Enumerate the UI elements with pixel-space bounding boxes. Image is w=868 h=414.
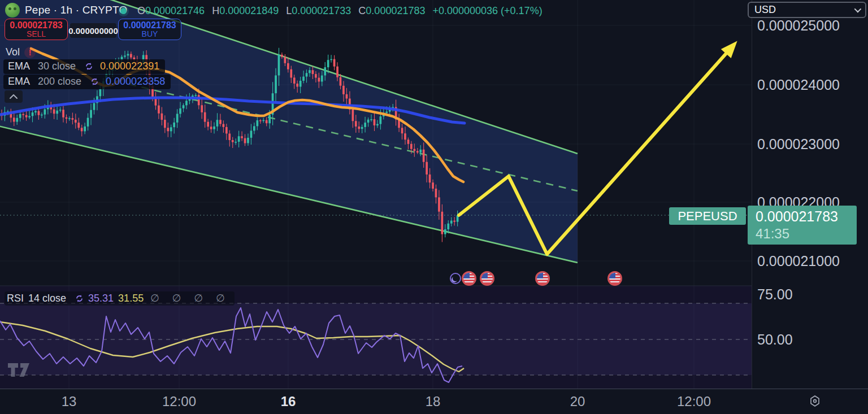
currency-value: USD [754, 4, 776, 16]
economic-event-flag-icon[interactable] [462, 271, 476, 286]
volume-label: Vol [6, 46, 20, 58]
symbol-title[interactable]: Pepe · 1h · CRYPTO [25, 4, 127, 16]
economic-event-flag-icon[interactable] [480, 271, 494, 286]
currency-select[interactable]: USD [748, 2, 866, 18]
collapse-legend-button[interactable] [5, 90, 23, 103]
ema30-legend[interactable]: EMA30 close 0.000022391 [3, 59, 165, 74]
volume-error-icon[interactable]: ! [24, 47, 36, 58]
time-axis[interactable]: 1312:0016182012:00 [0, 389, 868, 414]
price-tick: 0.000025000 [757, 18, 840, 34]
chevron-down-icon [854, 6, 862, 13]
axis-settings-icon[interactable] [808, 394, 822, 408]
time-tick: 12:00 [677, 394, 711, 409]
ohlc-item: L0.000021733 [286, 5, 351, 17]
buy-price: 0.000021783 [123, 20, 176, 30]
buy-label: BUY [142, 30, 158, 38]
ema30-value: 0.000022391 [100, 60, 159, 72]
main-chart-canvas[interactable] [0, 0, 752, 389]
rsi-value: 35.31 [88, 293, 114, 304]
economic-event-flag-icon[interactable] [607, 271, 622, 286]
ohlc-item: H0.000021849 [212, 5, 279, 17]
ohlc-item: C0.000021783 [358, 5, 425, 17]
price-tick: 0.000024000 [757, 77, 840, 93]
ema30-params: 30 close [38, 60, 76, 72]
ohlc-row: O0.000021746H0.000021849L0.000021733C0.0… [120, 5, 542, 17]
trading-chart-app: Pepe · 1h · CRYPTO O0.000021746H0.000021… [0, 0, 868, 414]
price-tick: 0.000021000 [757, 253, 840, 269]
price-change: +0.000000036 (+0.17%) [432, 5, 542, 17]
time-tick: 13 [62, 394, 77, 409]
time-tick: 20 [570, 394, 585, 409]
moon-phase-icon[interactable] [450, 273, 461, 284]
ticker-label: PEPEUSD [669, 207, 746, 225]
ema200-params: 200 close [38, 76, 81, 88]
sync-icon [90, 77, 99, 86]
ema30-name: EMA [8, 60, 30, 72]
ema200-name: EMA [8, 76, 30, 88]
sell-button[interactable]: 0.000021783 SELL [5, 19, 68, 40]
sell-label: SELL [27, 30, 46, 38]
rsi-legend[interactable]: RSI14 close 35.31 31.55 ∅ ∅ ∅ ∅ [5, 291, 235, 306]
spread-value: 0.000000000 [70, 23, 116, 38]
ema200-value: 0.000023358 [106, 76, 165, 88]
rsi-name: RSI [7, 293, 24, 304]
symbol-header[interactable]: Pepe · 1h · CRYPTO [5, 3, 127, 18]
last-price-label: 0.000021783 41:35 [748, 206, 857, 245]
sync-icon [75, 294, 84, 303]
tradingview-logo [7, 361, 32, 378]
volume-legend[interactable]: Vol ! [6, 46, 36, 58]
last-price: 0.000021783 [756, 207, 857, 225]
price-tick: 0.000023000 [757, 136, 840, 152]
sync-icon [85, 62, 93, 71]
ohlc-item: O0.000021746 [137, 5, 205, 17]
price-tick: 50.00 [757, 332, 793, 348]
sell-price: 0.000021783 [10, 20, 62, 30]
price-axis[interactable]: 0.0000250000.0000240000.0000230000.00002… [752, 0, 868, 389]
pepe-logo-icon [5, 3, 20, 18]
buy-button[interactable]: 0.000021783 BUY [118, 19, 181, 40]
price-tick: 75.00 [757, 286, 793, 303]
rsi-ma-value: 31.55 [118, 293, 144, 304]
bar-countdown: 41:35 [756, 225, 857, 242]
ema200-legend[interactable]: EMA200 close 0.000023358 [3, 75, 171, 89]
rsi-empty-values: ∅ ∅ ∅ ∅ [150, 292, 230, 304]
economic-event-flag-icon[interactable] [535, 271, 550, 286]
chevron-up-icon [10, 94, 18, 99]
market-status-icon [120, 8, 127, 14]
time-tick: 12:00 [162, 394, 196, 409]
ohlc-values: O0.000021746H0.000021849L0.000021733C0.0… [137, 5, 425, 17]
time-tick: 18 [426, 394, 441, 409]
time-tick: 16 [281, 394, 296, 409]
rsi-params: 14 close [28, 293, 66, 304]
